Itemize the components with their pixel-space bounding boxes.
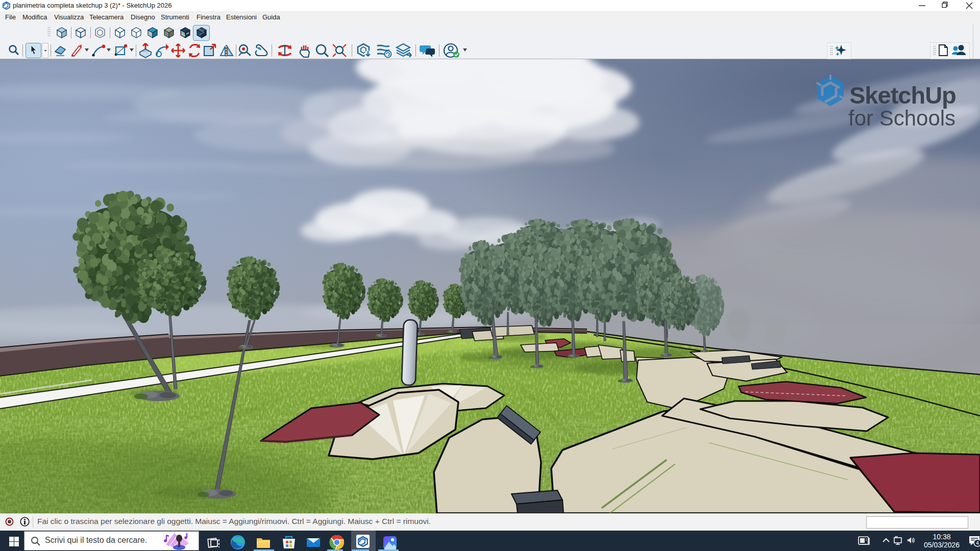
svg-text:for Schools: for Schools: [848, 106, 955, 130]
svg-text:SketchUp: SketchUp: [849, 82, 956, 109]
svg-text:4: 4: [976, 540, 979, 546]
